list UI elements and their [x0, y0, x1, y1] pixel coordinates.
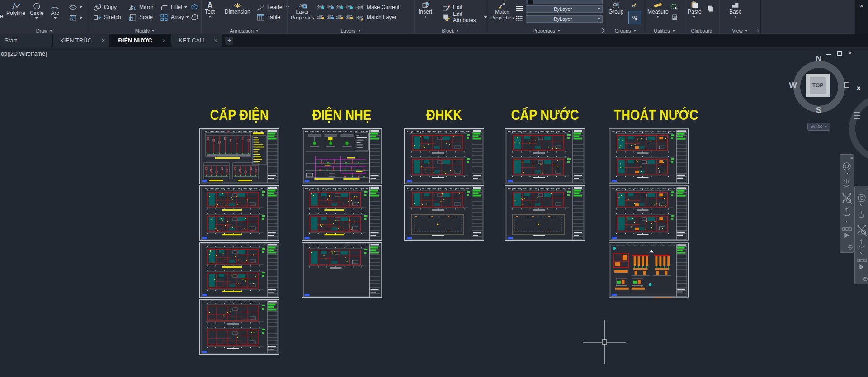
match-layer-button[interactable]: Match Layer — [356, 13, 396, 22]
viewport-minimize-icon[interactable] — [826, 50, 831, 56]
table-button[interactable]: Table — [256, 13, 280, 22]
linetype-list-button[interactable] — [516, 14, 524, 23]
polyline-button[interactable]: Polyline — [6, 2, 25, 17]
viewport-controls-label[interactable]: op][2D Wireframe] — [1, 51, 47, 57]
svg-text:A: A — [207, 1, 213, 9]
block-panel-title[interactable]: Block — [414, 28, 487, 33]
dimension-button[interactable]: Dimension — [225, 1, 250, 15]
drawing-sheet — [199, 242, 279, 300]
file-tab-điện-nước[interactable]: ĐIỆN NƯỚC× — [111, 34, 170, 47]
tab-close-icon[interactable]: × — [214, 37, 217, 44]
layer-on-icon[interactable] — [317, 13, 326, 20]
revision-cloud-button[interactable] — [190, 13, 198, 22]
hatch-icon — [69, 14, 77, 22]
layer-thaw-icon[interactable] — [336, 13, 344, 20]
text-button[interactable]: A Text — [205, 1, 215, 18]
viewport-close-icon[interactable]: × — [847, 50, 853, 56]
leader-button[interactable]: Leader — [256, 3, 289, 12]
fillet-button[interactable]: Fillet — [160, 3, 187, 12]
array-button[interactable]: Array — [160, 13, 189, 22]
copy-clip-button[interactable] — [707, 4, 714, 13]
utilities-panel-title[interactable]: Utilities — [645, 28, 684, 33]
paste-button[interactable]: Paste — [688, 1, 702, 18]
circle-icon — [33, 2, 41, 10]
ellipse-button[interactable] — [69, 3, 82, 12]
group-button[interactable]: Group — [609, 1, 623, 15]
measure-flyout-caret[interactable] — [656, 16, 659, 18]
circle-flyout-caret[interactable] — [35, 17, 38, 19]
ellipse-icon — [69, 4, 77, 11]
group-edit-icon — [629, 2, 637, 9]
modify-panel-title[interactable]: Modify — [89, 28, 201, 33]
viewcube-south[interactable]: S — [816, 105, 822, 115]
file-tab-label: Start — [5, 37, 17, 44]
file-tab-start[interactable]: Start — [0, 34, 52, 47]
layer-off-icon[interactable] — [317, 2, 326, 10]
3d-box-button[interactable] — [190, 2, 198, 11]
insert-button[interactable]: Insert — [419, 1, 432, 18]
layer-properties-button[interactable]: Layer Properties — [290, 1, 315, 21]
wcs-menu[interactable]: WCS — [807, 123, 830, 131]
lineweight-list-icon — [516, 5, 524, 12]
model-space-canvas[interactable]: op][2D Wireframe] × N W E S TOP WCS × × — [0, 47, 868, 377]
annotation-panel-title[interactable]: Annotation — [201, 28, 287, 33]
viewcube-top-face[interactable]: TOP — [806, 74, 830, 97]
group-edit-button[interactable] — [629, 1, 637, 10]
viewcube-north[interactable]: N — [816, 54, 822, 64]
polyline-icon — [12, 2, 20, 10]
edit-attributes-button[interactable]: Edit Attributes — [442, 13, 487, 22]
base-button[interactable]: Base — [729, 1, 741, 18]
base-flyout-caret[interactable] — [734, 16, 737, 18]
quick-select-button[interactable] — [671, 2, 679, 11]
tab-close-icon[interactable]: × — [162, 37, 166, 44]
stretch-button[interactable]: Stretch — [93, 13, 121, 22]
groups-panel-title[interactable]: Groups — [606, 28, 645, 33]
layer-isolate-icon[interactable] — [326, 2, 335, 10]
edit-block-button[interactable]: Edit — [442, 3, 462, 12]
layer-lock-icon[interactable] — [345, 2, 354, 10]
lineweight-dropdown[interactable]: ByLayer — [526, 5, 603, 13]
viewcube-west[interactable]: W — [789, 80, 797, 90]
circle-button[interactable]: Circle — [30, 2, 44, 19]
group-selection-toggle[interactable] — [628, 11, 641, 24]
drawing-sheet — [404, 128, 484, 186]
linetype-dropdown[interactable]: ByLayer — [526, 15, 603, 23]
navigation-bar-2[interactable]: × — [854, 186, 868, 284]
file-tab-kết-cấu[interactable]: KẾT CẤU× — [171, 34, 222, 47]
layer-unlock-icon[interactable] — [345, 13, 354, 20]
paste-flyout-caret[interactable] — [693, 16, 696, 18]
viewcube[interactable]: N W E S TOP WCS — [792, 57, 846, 123]
viewcube-east[interactable]: E — [843, 80, 849, 90]
hatch-button[interactable] — [69, 14, 82, 23]
scale-button[interactable]: Scale — [128, 13, 153, 22]
insert-flyout-caret[interactable] — [424, 16, 427, 18]
viewport-restore-icon[interactable] — [836, 50, 842, 56]
object-color-dropdown[interactable] — [526, 0, 603, 4]
quick-calculator-button[interactable] — [671, 13, 679, 22]
layer-unisolate-icon[interactable] — [326, 13, 335, 20]
layers-panel-title[interactable]: Layers — [287, 28, 414, 33]
arc-flyout-caret[interactable] — [54, 17, 57, 19]
close-icon[interactable]: × — [860, 2, 864, 9]
draw-panel-title[interactable]: Draw — [0, 28, 89, 33]
properties-panel-title[interactable]: Properties — [487, 28, 606, 33]
lineweight-list-button[interactable] — [516, 4, 524, 13]
copy-button[interactable]: Copy — [93, 3, 117, 12]
match-properties-button[interactable]: Match Properties — [490, 1, 515, 21]
color-swatch — [528, 0, 533, 4]
text-flyout-caret[interactable] — [208, 16, 211, 18]
second-viewport-close-icon[interactable]: × — [857, 84, 861, 92]
svg-text:×: × — [866, 188, 868, 192]
navigation-bar[interactable]: × — [840, 154, 854, 253]
new-tab-button[interactable]: + — [225, 37, 233, 45]
tab-close-icon[interactable]: × — [102, 37, 105, 44]
drawing-group-title: ĐIỆN NHẸ — [307, 107, 377, 123]
make-current-button[interactable]: Make Current — [356, 3, 400, 12]
file-tab-kiến-trúc[interactable]: KIẾN TRÚC× — [53, 34, 109, 47]
layer-freeze-icon[interactable] — [336, 2, 344, 10]
mirror-button[interactable]: Mirror — [128, 3, 153, 12]
drawing-sheet — [609, 242, 689, 300]
measure-button[interactable]: Measure — [647, 1, 669, 18]
line-button-cut[interactable]: e — [0, 13, 3, 19]
arc-button[interactable]: Arc — [51, 2, 59, 19]
